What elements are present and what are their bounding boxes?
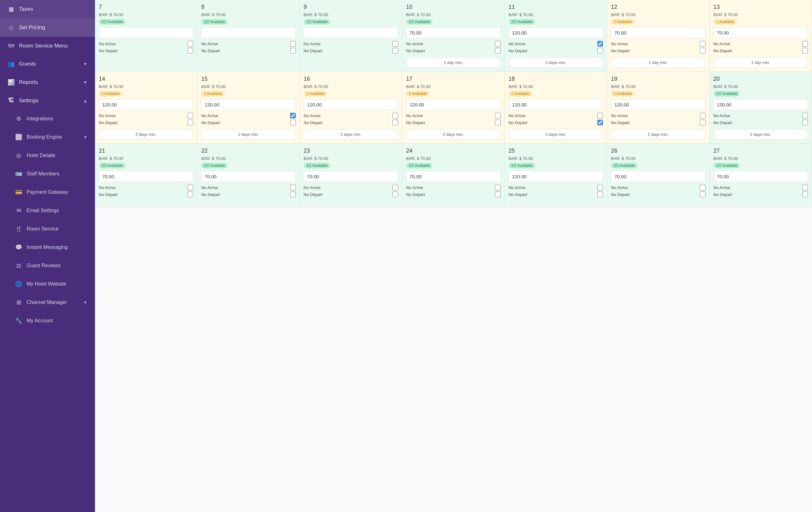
- no-arrive-checkbox-8[interactable]: [290, 41, 296, 47]
- min-stay-button-13[interactable]: 1 day min.: [714, 57, 808, 68]
- price-input-11[interactable]: [509, 27, 603, 38]
- sidebar-item-staff-members[interactable]: 🪪Staff Members: [0, 164, 95, 183]
- min-stay-button-12[interactable]: 1 day min.: [611, 57, 705, 68]
- price-input-13[interactable]: [714, 27, 808, 38]
- no-arrive-checkbox-24[interactable]: [495, 185, 501, 190]
- no-arrive-checkbox-18[interactable]: [597, 113, 603, 118]
- no-depart-checkbox-24[interactable]: [495, 191, 501, 197]
- min-stay-button-17[interactable]: 2 days min.: [406, 129, 500, 140]
- no-depart-checkbox-27[interactable]: [802, 191, 808, 197]
- price-input-20[interactable]: [714, 99, 808, 110]
- no-depart-row-7: No Depart: [99, 48, 193, 54]
- no-depart-checkbox-15[interactable]: [290, 120, 296, 125]
- no-depart-checkbox-9[interactable]: [393, 48, 398, 54]
- sidebar-label-settings: Settings: [19, 97, 38, 104]
- sidebar-item-booking-engine[interactable]: ⬜Booking Engine▼: [0, 128, 95, 146]
- sidebar-item-my-hotel-website[interactable]: 🌐My Hotel Website: [0, 275, 95, 293]
- min-stay-button-20[interactable]: 2 days min.: [714, 129, 808, 140]
- sidebar-item-room-service-menu[interactable]: 🍽Room Service Menu: [0, 37, 95, 55]
- price-input-12[interactable]: [611, 27, 705, 38]
- chevron-icon-reports: ▼: [83, 80, 87, 85]
- min-stay-button-16[interactable]: 2 days min.: [304, 129, 398, 140]
- sidebar-item-my-account[interactable]: 🔧My Account: [0, 311, 95, 330]
- price-input-9[interactable]: [304, 27, 398, 38]
- sidebar-item-set-pricing[interactable]: ◇Set Pricing: [0, 18, 95, 37]
- no-depart-checkbox-14[interactable]: [187, 120, 193, 125]
- no-arrive-checkbox-25[interactable]: [597, 185, 603, 190]
- sidebar-item-reports[interactable]: 📊Reports▼: [0, 73, 95, 91]
- price-input-24[interactable]: [406, 171, 500, 182]
- price-input-16[interactable]: [304, 99, 398, 110]
- price-input-10[interactable]: [406, 27, 500, 38]
- no-arrive-checkbox-14[interactable]: [187, 113, 193, 118]
- price-input-7[interactable]: [99, 27, 193, 38]
- sidebar-item-guests[interactable]: 👥Guests▼: [0, 55, 95, 73]
- no-depart-checkbox-16[interactable]: [393, 120, 398, 125]
- price-input-23[interactable]: [304, 171, 398, 182]
- no-arrive-checkbox-7[interactable]: [187, 41, 193, 47]
- price-input-21[interactable]: [99, 171, 193, 182]
- no-arrive-checkbox-21[interactable]: [187, 185, 193, 190]
- min-stay-button-15[interactable]: 2 days min.: [201, 129, 295, 140]
- min-stay-button-10[interactable]: 1 day min.: [406, 57, 500, 68]
- no-arrive-checkbox-9[interactable]: [393, 41, 398, 47]
- no-arrive-checkbox-10[interactable]: [495, 41, 501, 47]
- sidebar-item-guest-reviews[interactable]: ⚖Guest Reviews: [0, 257, 95, 275]
- min-stay-button-19[interactable]: 2 days min.: [611, 129, 705, 140]
- no-depart-checkbox-11[interactable]: [597, 48, 603, 54]
- no-depart-checkbox-20[interactable]: [802, 120, 808, 125]
- no-depart-checkbox-7[interactable]: [187, 48, 193, 54]
- no-depart-checkbox-22[interactable]: [290, 191, 296, 197]
- sidebar-item-email-settings[interactable]: ✉Email Settings: [0, 201, 95, 220]
- sidebar-item-room-service[interactable]: 🍴Room Service: [0, 220, 95, 238]
- no-arrive-checkbox-16[interactable]: [393, 113, 398, 118]
- sidebar-item-payment-gateway[interactable]: 💳Payment Gateway: [0, 183, 95, 201]
- no-arrive-checkbox-22[interactable]: [290, 185, 296, 190]
- day-number-22: 22: [201, 148, 295, 154]
- price-input-26[interactable]: [611, 171, 705, 182]
- no-arrive-checkbox-26[interactable]: [700, 185, 705, 190]
- bar-rate-22: BAR: $ 70.00: [201, 156, 295, 161]
- price-input-17[interactable]: [406, 99, 500, 110]
- no-depart-checkbox-25[interactable]: [597, 191, 603, 197]
- no-depart-checkbox-13[interactable]: [802, 48, 808, 54]
- no-arrive-checkbox-19[interactable]: [700, 113, 705, 118]
- price-input-14[interactable]: [99, 99, 193, 110]
- price-input-8[interactable]: [201, 27, 295, 38]
- sidebar-item-hotel-details[interactable]: ◎Hotel Details: [0, 146, 95, 164]
- sidebar-item-instant-messaging[interactable]: 💬Instant Messaging: [0, 238, 95, 257]
- min-stay-button-11[interactable]: 2 days min.: [509, 57, 603, 68]
- price-input-22[interactable]: [201, 171, 295, 182]
- min-stay-button-18[interactable]: 2 days min.: [509, 129, 603, 140]
- no-arrive-checkbox-11[interactable]: [597, 41, 603, 47]
- no-depart-checkbox-21[interactable]: [187, 191, 193, 197]
- no-arrive-checkbox-27[interactable]: [802, 185, 808, 190]
- day-number-9: 9: [304, 4, 398, 10]
- no-arrive-checkbox-23[interactable]: [393, 185, 398, 190]
- no-depart-checkbox-17[interactable]: [495, 120, 501, 125]
- price-input-15[interactable]: [201, 99, 295, 110]
- no-depart-row-10: No Depart: [406, 48, 500, 54]
- price-input-25[interactable]: [509, 171, 603, 182]
- no-depart-checkbox-18[interactable]: [597, 120, 603, 125]
- no-depart-checkbox-19[interactable]: [700, 120, 705, 125]
- price-input-27[interactable]: [714, 171, 808, 182]
- no-depart-checkbox-23[interactable]: [393, 191, 398, 197]
- sidebar-item-channel-manager[interactable]: ⊞Channel Manager▼: [0, 293, 95, 311]
- no-depart-checkbox-10[interactable]: [495, 48, 501, 54]
- no-arrive-checkbox-13[interactable]: [802, 41, 808, 47]
- no-arrive-checkbox-12[interactable]: [700, 41, 705, 47]
- sidebar-item-taxes[interactable]: ▦Taxes: [0, 0, 95, 18]
- min-stay-button-14[interactable]: 2 days min.: [99, 129, 193, 140]
- no-depart-label-17: No Depart: [406, 120, 425, 125]
- no-depart-checkbox-8[interactable]: [290, 48, 296, 54]
- sidebar-item-settings[interactable]: 🏗Settings▲: [0, 91, 95, 110]
- no-depart-checkbox-12[interactable]: [700, 48, 705, 54]
- sidebar-item-integrations[interactable]: ⚙Integrations: [0, 110, 95, 128]
- price-input-18[interactable]: [509, 99, 603, 110]
- no-depart-checkbox-26[interactable]: [700, 191, 705, 197]
- no-arrive-checkbox-17[interactable]: [495, 113, 501, 118]
- no-arrive-checkbox-20[interactable]: [802, 113, 808, 118]
- no-arrive-checkbox-15[interactable]: [290, 113, 296, 118]
- price-input-19[interactable]: [611, 99, 705, 110]
